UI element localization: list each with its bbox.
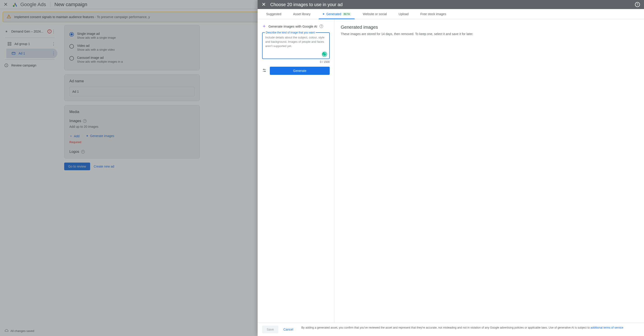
sparkle-icon: ✦ [322,12,325,16]
sparkle-icon [262,24,266,28]
generate-heading: Generate images with Google AI ? [262,24,330,28]
generate-heading-text: Generate images with Google AI [268,25,317,28]
modal-header: ✕ Choose 20 images to use in your ad ? [258,0,644,9]
modal-footer: Save Cancel By adding a generated asset,… [258,323,644,336]
modal-tabs: Suggested Asset library ✦ Generated BETA… [258,9,644,19]
tab-asset-library[interactable]: Asset library [287,9,316,19]
generated-results-panel: Generated images These images are stored… [334,19,644,323]
tab-website-social[interactable]: Website or social [357,9,393,19]
tab-suggested[interactable]: Suggested [260,9,287,19]
terms-link[interactable]: additional terms of service [590,326,623,329]
svg-point-13 [264,69,264,70]
prompt-input[interactable]: Describe the kind of image that you want… [262,32,330,59]
tab-free-stock[interactable]: Free stock images [414,9,452,19]
grammarly-icon[interactable] [322,51,328,57]
legal-text: By adding a generated asset, you confirm… [302,325,624,330]
modal-title: Choose 20 images to use in your ad [270,2,342,7]
beta-badge: BETA [342,13,351,16]
close-icon[interactable]: ✕ [262,2,266,8]
results-description: These images are stored for 14 days, the… [341,32,638,37]
prompt-placeholder: Include details about the subject, colou… [265,36,326,48]
generate-button[interactable]: Generate [270,67,330,75]
help-icon[interactable]: ? [635,2,640,7]
svg-point-15 [264,71,265,72]
tab-upload[interactable]: Upload [393,9,414,19]
generate-panel: Generate images with Google AI ? Describ… [258,19,334,323]
tab-label: Generated [326,12,341,16]
prompt-field-label: Describe the kind of image that you want [265,31,316,34]
tab-generated[interactable]: ✦ Generated BETA [316,9,357,19]
save-button[interactable]: Save [262,325,278,333]
help-icon[interactable]: ? [320,25,323,28]
image-picker-modal: ✕ Choose 20 images to use in your ad ? S… [258,0,644,336]
character-count: 0 / 1500 [262,60,330,64]
cancel-button[interactable]: Cancel [281,325,296,333]
results-heading: Generated images [341,25,638,30]
tune-icon[interactable] [262,68,267,74]
